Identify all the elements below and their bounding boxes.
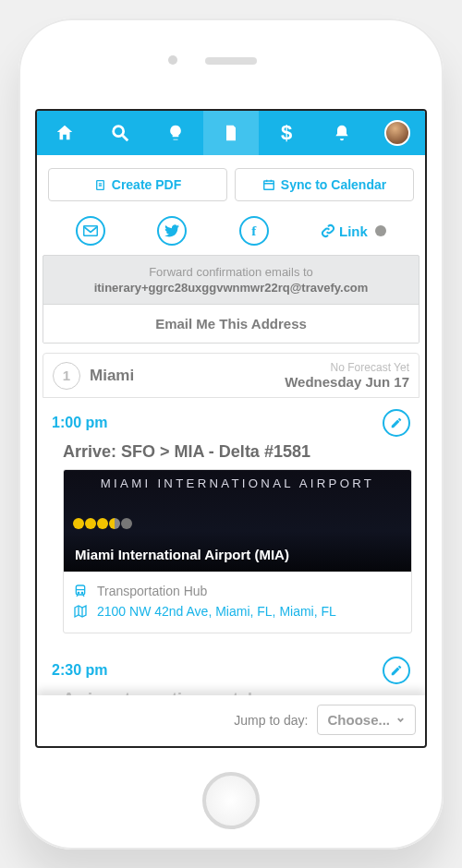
- svg-line-1: [123, 136, 128, 141]
- forward-email: itinerary+ggrc28uxggvwnmwr22rq@travefy.c…: [49, 279, 413, 304]
- event-title: Arrive: SFO > MIA - Delta #1581: [50, 440, 412, 469]
- forward-box: Forward confirmation emails to itinerary…: [43, 255, 419, 344]
- action-row: Create PDF Sync to Calendar: [37, 155, 425, 211]
- link-icon: [321, 223, 335, 238]
- nav-search[interactable]: [92, 111, 148, 155]
- twitter-icon: [164, 224, 179, 237]
- day-number: 1: [53, 362, 80, 390]
- create-pdf-label: Create PDF: [112, 177, 181, 192]
- dollar-icon: $: [281, 121, 292, 145]
- bottom-bar: Jump to day: Choose...: [37, 695, 425, 746]
- timeline: 1:00 pm Arrive: SFO > MIA - Delta #1581 …: [43, 398, 419, 746]
- search-icon: [110, 123, 130, 143]
- phone-speaker: [205, 57, 257, 65]
- forecast-text: No Forecast Yet: [285, 361, 409, 374]
- calendar-icon: [262, 178, 275, 191]
- doc-icon: [222, 123, 240, 143]
- sync-calendar-button[interactable]: Sync to Calendar: [235, 168, 414, 201]
- sync-calendar-label: Sync to Calendar: [281, 177, 386, 192]
- jump-label: Jump to day:: [234, 713, 308, 728]
- phone-frame: $ Create PDF Syn: [18, 18, 444, 850]
- chevron-down-icon: [395, 715, 406, 725]
- choose-day-dropdown[interactable]: Choose...: [317, 705, 416, 735]
- share-facebook-button[interactable]: f: [239, 216, 269, 246]
- home-icon: [55, 123, 75, 143]
- avatar: [384, 120, 410, 146]
- map-icon: [73, 604, 90, 619]
- choose-label: Choose...: [327, 712, 390, 728]
- phone-home-button[interactable]: [202, 772, 260, 829]
- status-dot: [375, 225, 386, 236]
- place-category: Transportation Hub: [97, 584, 207, 598]
- nav-money[interactable]: $: [259, 111, 314, 155]
- top-nav: $: [37, 111, 425, 155]
- image-banner-text: MIAMI INTERNATIONAL AIRPORT: [63, 477, 412, 490]
- share-email-button[interactable]: [76, 216, 105, 246]
- forward-intro: Forward confirmation emails to: [49, 265, 413, 279]
- app-screen: $ Create PDF Syn: [35, 109, 427, 748]
- transport-icon: [73, 584, 90, 598]
- place-address[interactable]: 2100 NW 42nd Ave, Miami, FL, Miami, FL: [97, 604, 336, 619]
- share-row: f Link: [37, 211, 425, 255]
- svg-point-0: [114, 127, 124, 137]
- bell-icon: [333, 123, 351, 143]
- day-date: Wednesday Jun 17: [285, 374, 409, 390]
- create-pdf-button[interactable]: Create PDF: [48, 168, 227, 201]
- pencil-icon: [390, 416, 403, 429]
- nav-home[interactable]: [37, 111, 92, 155]
- place-card[interactable]: MIAMI INTERNATIONAL AIRPORT Miami Intern…: [63, 469, 412, 633]
- place-name: Miami International Airport (MIA): [75, 547, 289, 562]
- facebook-icon: f: [251, 223, 256, 239]
- edit-event-button[interactable]: [383, 657, 410, 684]
- nav-ideas[interactable]: [148, 111, 203, 155]
- svg-rect-5: [264, 181, 274, 189]
- event-time-row: 2:30 pm: [50, 645, 412, 688]
- pencil-icon: [390, 664, 403, 677]
- pdf-icon: [94, 178, 106, 192]
- nav-notifications[interactable]: [314, 111, 370, 155]
- day-header: 1 Miami No Forecast Yet Wednesday Jun 17: [43, 353, 419, 398]
- svg-marker-16: [75, 606, 86, 617]
- svg-point-13: [81, 592, 82, 593]
- email-me-button[interactable]: Email Me This Address: [43, 304, 419, 343]
- place-image: MIAMI INTERNATIONAL AIRPORT Miami Intern…: [64, 470, 411, 572]
- event-time: 1:00 pm: [52, 415, 107, 431]
- phone-camera: [168, 55, 177, 65]
- edit-event-button[interactable]: [383, 409, 410, 437]
- nav-itinerary[interactable]: [203, 111, 259, 155]
- share-twitter-button[interactable]: [157, 216, 187, 246]
- nav-profile[interactable]: [370, 111, 425, 155]
- place-body: Transportation Hub 2100 NW 42nd Ave, Mia…: [64, 572, 411, 633]
- day-city: Miami: [90, 367, 134, 385]
- mail-icon: [83, 225, 98, 236]
- share-link-button[interactable]: Link: [321, 223, 386, 239]
- event-time: 2:30 pm: [52, 662, 107, 679]
- rating-stars: [73, 518, 132, 529]
- share-link-label: Link: [339, 223, 368, 239]
- bulb-icon: [166, 123, 185, 143]
- svg-point-12: [78, 592, 79, 593]
- event-time-row: 1:00 pm: [50, 398, 412, 440]
